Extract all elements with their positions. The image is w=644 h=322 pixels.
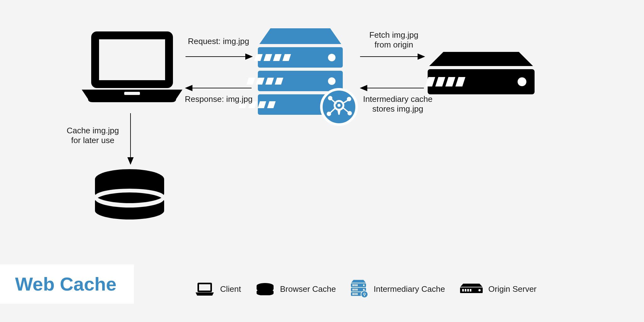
diagram-title-box: Web Cache [0,264,134,304]
svg-rect-70 [364,295,365,296]
svg-point-58 [363,285,365,286]
svg-point-31 [337,104,341,107]
svg-rect-74 [467,289,469,291]
svg-rect-61 [354,289,356,291]
origin-server-icon [460,284,483,294]
label-store: Intermediary cache stores img.jpg [358,94,437,114]
svg-rect-47 [199,284,210,291]
svg-rect-73 [465,289,466,291]
svg-point-63 [363,289,365,291]
svg-rect-62 [356,289,358,291]
label-request: Request: img.jpg [186,36,252,46]
server-icon [351,280,368,298]
svg-rect-18 [247,78,255,85]
legend-item-origin-server: Origin Server [460,284,536,294]
svg-rect-57 [356,284,358,286]
legend: Client Browser Cache Inte [195,280,536,298]
svg-point-22 [328,77,336,85]
svg-rect-56 [354,284,356,286]
origin-server-icon [425,52,535,94]
svg-rect-72 [462,289,464,291]
label-response: Response: img.jpg [182,94,256,104]
svg-rect-66 [354,293,356,295]
svg-rect-67 [356,293,358,295]
svg-rect-65 [353,293,354,295]
legend-label: Client [220,284,241,294]
svg-point-68 [361,291,368,298]
legend-item-intermediary-cache: Intermediary Cache [351,280,445,298]
svg-point-45 [518,77,526,86]
legend-item-client: Client [195,282,241,296]
label-local-cache: Cache img.jpg for later use [63,126,123,145]
disc-icon [256,283,274,295]
disc-icon [95,169,164,219]
svg-point-76 [479,289,481,291]
legend-item-browser-cache: Browser Cache [256,283,336,295]
laptop-icon [82,31,182,102]
svg-rect-2 [124,92,140,95]
legend-label: Browser Cache [280,284,336,294]
diagram-title: Web Cache [15,274,116,295]
label-fetch: Fetch img.jpg from origin [360,30,428,50]
legend-label: Origin Server [488,284,536,294]
svg-rect-55 [353,284,354,286]
server-icon [239,28,357,125]
svg-rect-1 [99,39,165,80]
svg-point-16 [328,54,336,61]
legend-label: Intermediary Cache [374,284,445,294]
laptop-icon [195,282,214,296]
svg-rect-60 [353,289,354,291]
svg-rect-75 [470,289,471,291]
